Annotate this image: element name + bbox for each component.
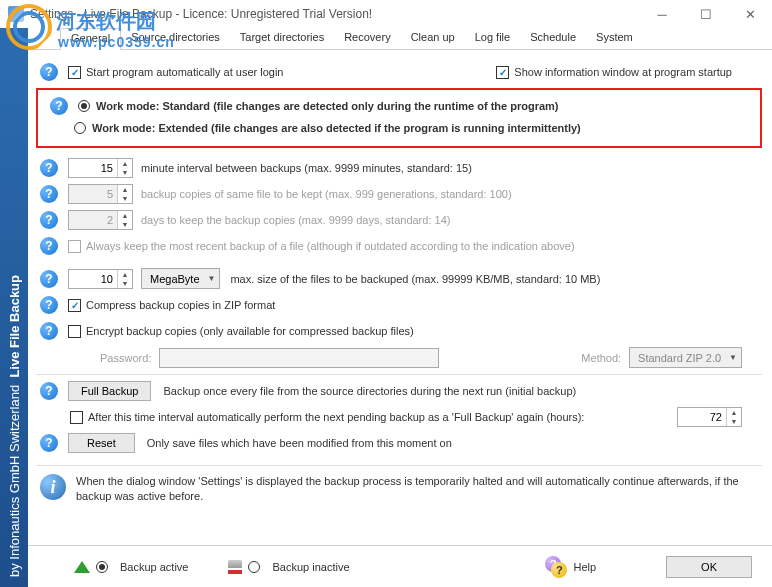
- encrypt-checkbox[interactable]: [68, 325, 81, 338]
- help-icon[interactable]: ?: [40, 434, 58, 452]
- tab-log-file[interactable]: Log file: [465, 28, 520, 49]
- help-icon[interactable]: ?: [40, 185, 58, 203]
- sidebar: by Infonautics GmbH Switzerland Live Fil…: [0, 28, 28, 587]
- reset-button[interactable]: Reset: [68, 433, 135, 453]
- app-icon: [8, 6, 24, 22]
- compress-label: Compress backup copies in ZIP format: [86, 299, 275, 311]
- encrypt-label: Encrypt backup copies (only available fo…: [86, 325, 414, 337]
- backup-inactive-radio[interactable]: [248, 561, 260, 573]
- interval-label: minute interval between backups (max. 99…: [141, 162, 472, 174]
- help-icon[interactable]: ?: [40, 322, 58, 340]
- info-text: When the dialog window 'Settings' is dis…: [76, 474, 762, 505]
- maxsize-unit-combo[interactable]: MegaByte▼: [141, 268, 220, 289]
- full-backup-label: Backup once every file from the source d…: [163, 385, 576, 397]
- help-icon[interactable]: ?: [40, 296, 58, 314]
- help-icon[interactable]: ?: [40, 159, 58, 177]
- always-keep-label: Always keep the most recent backup of a …: [86, 240, 575, 252]
- password-label: Password:: [100, 352, 151, 364]
- tab-schedule[interactable]: Schedule: [520, 28, 586, 49]
- help-icon[interactable]: ?: [40, 63, 58, 81]
- reset-label: Only save files which have been modified…: [147, 437, 452, 449]
- show-info-label: Show information window at program start…: [514, 66, 732, 78]
- ok-button[interactable]: OK: [666, 556, 752, 578]
- maxsize-spinner[interactable]: ▲▼: [68, 269, 133, 289]
- days-label: days to keep the backup copies (max. 999…: [141, 214, 450, 226]
- workmode-highlight: ? Work mode: Standard (file changes are …: [36, 88, 762, 148]
- help-icon[interactable]: ?: [40, 211, 58, 229]
- help-icon[interactable]: ?: [50, 97, 68, 115]
- interval-spinner[interactable]: ▲▼: [68, 158, 133, 178]
- maximize-button[interactable]: ☐: [684, 0, 728, 28]
- copies-spinner: ▲▼: [68, 184, 133, 204]
- method-label: Method:: [581, 352, 621, 364]
- backup-active-label: Backup active: [120, 561, 188, 573]
- backup-active-radio[interactable]: [96, 561, 108, 573]
- help-icon[interactable]: ?: [40, 382, 58, 400]
- tab-general[interactable]: General: [60, 28, 121, 50]
- show-info-checkbox[interactable]: [496, 66, 509, 79]
- compress-checkbox[interactable]: [68, 299, 81, 312]
- workmode-extended-radio[interactable]: [74, 122, 86, 134]
- maxsize-label: max. size of the files to be backuped (m…: [230, 273, 600, 285]
- after-interval-label: After this time interval automatically p…: [88, 411, 584, 423]
- tab-source-directories[interactable]: Source directories: [121, 28, 230, 49]
- after-interval-spinner[interactable]: ▲▼: [677, 407, 742, 427]
- method-combo: Standard ZIP 2.0▼: [629, 347, 742, 368]
- password-input: [159, 348, 439, 368]
- workmode-standard-label: Work mode: Standard (file changes are de…: [96, 100, 558, 112]
- full-backup-button[interactable]: Full Backup: [68, 381, 151, 401]
- workmode-standard-radio[interactable]: [78, 100, 90, 112]
- close-button[interactable]: ✕: [728, 0, 772, 28]
- help-label[interactable]: Help: [573, 561, 596, 573]
- copies-label: backup copies of same file to be kept (m…: [141, 188, 512, 200]
- tab-recovery[interactable]: Recovery: [334, 28, 400, 49]
- window-title: Settings - Live File Backup - Licence: U…: [30, 7, 640, 21]
- help-icon[interactable]: ??: [545, 556, 567, 578]
- start-auto-checkbox[interactable]: [68, 66, 81, 79]
- play-icon: [74, 561, 90, 573]
- start-auto-label: Start program automatically at user logi…: [86, 66, 283, 78]
- info-icon: i: [40, 474, 66, 500]
- always-keep-checkbox[interactable]: [68, 240, 81, 253]
- tabs: General Source directories Target direct…: [28, 28, 772, 50]
- help-icon[interactable]: ?: [40, 270, 58, 288]
- stop-icon: [228, 560, 242, 574]
- minimize-button[interactable]: ─: [640, 0, 684, 28]
- tab-target-directories[interactable]: Target directories: [230, 28, 334, 49]
- tab-clean-up[interactable]: Clean up: [401, 28, 465, 49]
- tab-system[interactable]: System: [586, 28, 643, 49]
- backup-inactive-label: Backup inactive: [272, 561, 349, 573]
- workmode-extended-label: Work mode: Extended (file changes are al…: [92, 122, 581, 134]
- after-interval-checkbox[interactable]: [70, 411, 83, 424]
- help-icon[interactable]: ?: [40, 237, 58, 255]
- days-spinner: ▲▼: [68, 210, 133, 230]
